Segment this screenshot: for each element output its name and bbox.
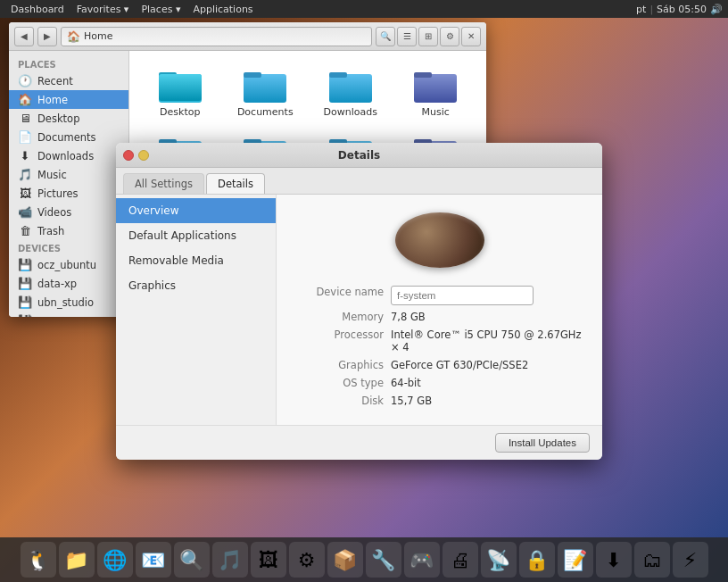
device-name-label: Device name [294, 286, 384, 305]
close-button-dialog[interactable] [123, 150, 134, 161]
dsb-item-overview[interactable]: Overview [116, 198, 276, 223]
folder-label-downloads: Downloads [324, 106, 377, 118]
sidebar-item-dataxp[interactable]: 💾 data-xp [9, 274, 128, 293]
folder-desktop[interactable]: Desktop [140, 62, 220, 123]
panel-item-places[interactable]: Places ▾ [136, 0, 186, 18]
minimize-button-dialog[interactable] [138, 150, 149, 161]
folder-icon-music [414, 67, 457, 103]
settings-button[interactable]: ⚙ [440, 27, 459, 46]
dock-item-3[interactable]: 📧 [136, 542, 171, 578]
dock-item-11[interactable]: 🖨 [443, 542, 478, 578]
downloads-icon: ⬇ [18, 149, 32, 162]
sidebar-item-music[interactable]: 🎵 Music [9, 165, 128, 184]
dialog-tabs: All Settings Details [116, 168, 602, 195]
memory-label: Memory [294, 311, 384, 323]
svg-rect-6 [329, 72, 347, 78]
forward-button[interactable]: ▶ [37, 27, 57, 46]
dock-item-14[interactable]: 📝 [558, 542, 593, 578]
dock-item-6[interactable]: 🖼 [251, 542, 286, 578]
fm-sidebar: Places 🕐 Recent 🏠 Home 🖥 Desktop 📄 Docum… [9, 51, 129, 317]
panel-clock: Sáb 05:50 [657, 4, 707, 15]
devices-section-label: Devices [9, 240, 128, 255]
trash-icon: 🗑 [18, 224, 32, 237]
dsb-item-default-apps[interactable]: Default Applications [116, 223, 276, 248]
sidebar-item-videos[interactable]: 📹 Videos [9, 203, 128, 221]
panel-volume[interactable]: 🔊 [710, 4, 723, 15]
list-view-button[interactable]: ☰ [397, 27, 417, 46]
svg-rect-8 [414, 72, 432, 78]
taskbar-dock: 🐧 📁 🌐 📧 🔍 🎵 🖼 ⚙ 📦 🔧 🎮 🖨 📡 🔒 📝 ⬇ 🗂 ⚡ [0, 537, 728, 582]
sidebar-item-documents[interactable]: 📄 Documents [9, 128, 128, 146]
sidebar-item-pictures[interactable]: 🖼 Pictures [9, 184, 128, 203]
folder-label-desktop: Desktop [160, 106, 200, 118]
dialog-main-content: Device name Memory 7,8 GB Processor Inte… [277, 195, 602, 425]
os-type-value: 64-bit [391, 377, 584, 389]
drive-icon-ocz: 💾 [18, 258, 32, 271]
sidebar-label-desktop: Desktop [37, 112, 79, 125]
panel-item-applications[interactable]: Applications [187, 0, 258, 18]
sidebar-label-ocz: ocz_ubuntu [37, 259, 96, 271]
sidebar-label-music: Music [37, 169, 67, 181]
sidebar-label-downloads: Downloads [37, 150, 94, 162]
install-updates-button[interactable]: Install Updates [495, 433, 590, 453]
panel-item-favorites[interactable]: Favorites ▾ [71, 0, 135, 18]
search-button[interactable]: 🔍 [376, 27, 395, 46]
dock-item-13[interactable]: 🔒 [519, 542, 555, 578]
svg-rect-5 [329, 74, 372, 103]
sidebar-item-pear[interactable]: 💾 pear6.1 [9, 312, 128, 317]
sidebar-item-ocz[interactable]: 💾 ocz_ubuntu [9, 255, 128, 274]
dock-item-4[interactable]: 🔍 [174, 542, 210, 578]
dock-item-12[interactable]: 📡 [481, 542, 517, 578]
dock-item-5[interactable]: 🎵 [212, 542, 248, 578]
folder-label-documents: Documents [237, 106, 294, 118]
close-button[interactable]: ✕ [461, 27, 481, 46]
dock-item-9[interactable]: 🔧 [366, 542, 401, 578]
sidebar-item-trash[interactable]: 🗑 Trash [9, 221, 128, 240]
sidebar-label-trash: Trash [37, 225, 64, 237]
dock-item-10[interactable]: 🎮 [404, 542, 440, 578]
folder-documents[interactable]: Documents [226, 62, 306, 123]
processor-label: Processor [294, 328, 384, 353]
sidebar-item-downloads[interactable]: ⬇ Downloads [9, 146, 128, 165]
dsb-item-graphics[interactable]: Graphics [116, 273, 276, 298]
folder-music[interactable]: Music [396, 62, 476, 123]
back-button[interactable]: ◀ [14, 27, 34, 46]
folder-downloads[interactable]: Downloads [310, 62, 391, 123]
dsb-item-removable-media[interactable]: Removable Media [116, 248, 276, 273]
dock-item-7[interactable]: ⚙ [289, 542, 325, 578]
toolbar-actions: 🔍 ☰ ⊞ ⚙ ✕ [376, 27, 481, 46]
os-type-label: OS type [294, 377, 384, 389]
folder-icon-desktop [159, 67, 202, 103]
processor-value: Intel® Core™ i5 CPU 750 @ 2.67GHz × 4 [391, 328, 584, 353]
dock-item-2[interactable]: 🌐 [97, 542, 133, 578]
dialog-body: Overview Default Applications Removable … [116, 195, 602, 425]
folder-icon-downloads [329, 67, 372, 103]
places-section-label: Places [9, 56, 128, 71]
panel-lang: pt [636, 4, 646, 15]
sidebar-item-ubn[interactable]: 💾 ubn_studio [9, 293, 128, 312]
dock-item-15[interactable]: ⬇ [596, 542, 632, 578]
address-bar-text: Home [84, 30, 112, 42]
dialog-sidebar: Overview Default Applications Removable … [116, 195, 277, 425]
sidebar-item-desktop[interactable]: 🖥 Desktop [9, 109, 128, 128]
graphics-label: Graphics [294, 359, 384, 371]
dialog-titlebar: Details [116, 143, 602, 168]
dock-item-1[interactable]: 📁 [59, 542, 95, 578]
device-name-input[interactable] [391, 286, 534, 305]
sidebar-item-recent[interactable]: 🕐 Recent [9, 71, 128, 90]
details-dialog: Details All Settings Details Overview De… [116, 143, 602, 460]
sidebar-item-home[interactable]: 🏠 Home [9, 90, 128, 109]
sidebar-label-recent: Recent [37, 75, 73, 87]
grid-view-button[interactable]: ⊞ [418, 27, 438, 46]
dock-item-8[interactable]: 📦 [327, 542, 363, 578]
dock-item-16[interactable]: 🗂 [634, 542, 670, 578]
pictures-icon: 🖼 [18, 187, 32, 200]
apple-logo [395, 212, 484, 268]
fm-toolbar: ◀ ▶ 🏠 Home 🔍 ☰ ⊞ ⚙ ✕ [9, 22, 486, 51]
dock-item-17[interactable]: ⚡ [673, 542, 708, 578]
panel-item-dashboard[interactable]: Dashboard [5, 0, 70, 18]
tab-details[interactable]: Details [206, 173, 265, 194]
traffic-lights [123, 150, 149, 161]
dock-item-0[interactable]: 🐧 [21, 542, 56, 578]
tab-all-settings[interactable]: All Settings [123, 173, 204, 194]
